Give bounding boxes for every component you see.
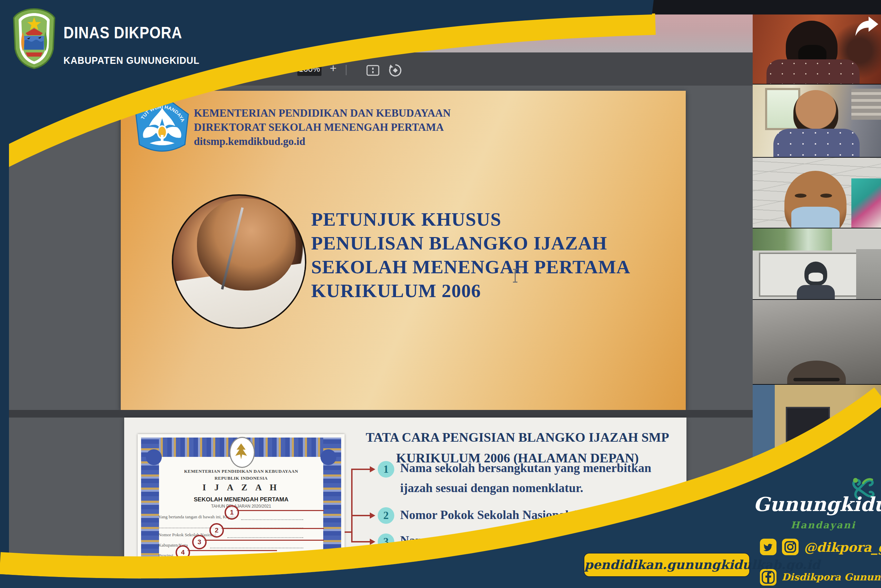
participant-video-3[interactable] [753,157,881,228]
arrow-connector [345,531,352,533]
slide-title-line-3: SEKOLAH MENENGAH PERTAMA [311,255,631,279]
cabinet [856,249,881,300]
ijazah-subtitle: SEKOLAH MENENGAH PERTAMA [162,496,321,503]
item-1-text-line-2: ijazah sesuai dengan nomenklatur. [400,478,583,498]
participant-body [767,59,860,84]
fabric-decor [851,178,881,228]
ijazah-field-line [193,558,248,559]
page-total-label: / 55 [253,64,269,75]
ijazah-corner-ornament [321,449,336,465]
item-3-text-line-2: mencoret) me [400,551,473,570]
participant-head [793,90,838,135]
ijazah-marker-1: 1 [225,505,239,520]
arrow-head [370,538,375,545]
facebook-name: Disdikpora Gunungkidul [782,572,881,583]
ministry-url: ditsmp.kemdikbud.go.id [194,134,305,148]
tv-screen [786,407,830,451]
page-separator [9,410,753,417]
arrow-connector [351,515,370,516]
zoom-level-input[interactable]: 100% [297,62,322,76]
writing-hand-photo [172,194,306,329]
ijazah-note: menerangkan bahwa [254,553,291,558]
zoom-out-button[interactable]: − [279,62,294,75]
ijazah-marker-4: 4 [175,545,190,560]
ijazah-field-2-label: Nomor Pokok Sekolah Nasional [158,532,216,538]
item-2-number: 2 [378,507,394,524]
glasses [793,378,840,381]
ijazah-org-line-1: KEMENTERIAN PENDIDIKAN DAN KEBUDAYAAN [162,469,321,474]
ijazah-field-line [227,537,303,538]
rotate-button[interactable] [388,63,403,78]
slide-title-line-2: PENULISAN BLANGKO IJAZAH [311,231,607,255]
ijazah-year: TAHUN PELAJARAN 2020/2021 [162,504,321,508]
eye [795,194,806,198]
share-button[interactable] [855,15,879,37]
item-2-text-line-1: Nomor Pokok Sekolah Nasional (NPSN) [400,505,612,525]
slide-title-line-4: KURIKULUM 2006 [311,279,481,303]
ijazah-field-4-label: Provinsi [158,553,173,558]
handayani-tagline: Handayani [791,520,856,530]
gunungkidul-wordmark: Gunungkidul [754,493,881,516]
ijazah-field-1-label: Yang bertanda tangan di bawah ini, Kepal… [158,514,235,520]
face-mask [809,273,823,282]
text-cursor [515,269,516,283]
arrow-head [370,512,375,519]
gunungkidul-crest-icon [10,8,58,70]
item-3-text-line-1: Nama nomenklatur kabupaten/kota*) ( [400,531,608,550]
participant-body [797,285,835,300]
arrow-head [370,466,375,472]
slide2-heading-line-1: TATA CARA PENGISIAN BLANGKO IJAZAH SMP [345,427,690,447]
video-top-letterbox [753,0,881,14]
participant-body [773,129,860,158]
ijazah-marker-3: 3 [192,535,207,549]
fit-page-button[interactable] [365,63,381,77]
toolbar-divider [273,65,274,75]
toolbar-divider [346,65,347,75]
instagram-icon [782,538,799,556]
participant-video-5[interactable] [753,299,881,385]
marker-connector [187,550,277,551]
share-arrow-icon [855,15,879,37]
garuda-emblem-icon [229,437,255,468]
tutwuri-handayani-logo-icon: TUT WURI HANDAYANI [133,94,191,157]
ministry-line-1: KEMENTERIAN PENDIDIKAN DAN KEBUDAYAAN [194,106,451,120]
fit-page-icon [365,63,381,77]
arrow-connector [351,541,370,543]
twitter-icon [760,538,777,556]
website-banner: pendidikan.gunungkidulkab.go.id [584,553,750,577]
agency-region: KABUPATEN GUNUNGKIDUL [63,54,199,66]
ijazah-marker-2: 2 [210,523,224,538]
agency-name: DINAS DIKPORA [63,23,182,42]
ministry-line-2: DIREKTORAT SEKOLAH MENENGAH PERTAMA [194,120,443,134]
ijazah-org-line-2: REPUBLIK INDONESIA [162,476,321,481]
meeting-screenshot: 12 / 55 − 100% + [0,0,881,588]
page-number-input[interactable]: 12 [232,63,248,75]
arrow-connector [351,469,370,470]
marker-connector [236,510,324,511]
rotate-icon [388,63,403,78]
face-mask [791,207,840,228]
marker-connector [204,540,324,541]
item-1-number: 1 [378,461,394,478]
ijazah-field-line [210,547,303,548]
marker-connector [221,528,324,529]
ijazah-corner-ornament [146,449,162,465]
ijazah-document-preview: KEMENTERIAN PENDIDIKAN DAN KEBUDAYAAN RE… [138,434,345,588]
participant-video-2[interactable] [753,84,881,158]
ijazah-field-line [241,519,303,520]
bookshelf [851,88,881,120]
eye [820,194,832,198]
green-board [753,228,832,250]
slide-title-line-1: PETUNJUK KHUSUS [311,207,501,231]
pdf-viewer: 12 / 55 − 100% + [9,14,753,588]
participant-head [836,416,877,460]
zoom-in-button[interactable]: + [326,62,341,75]
participant-video-4[interactable] [753,228,881,300]
item-3-number: 3 [378,534,394,550]
ijazah-title: I J A Z A H [162,482,321,493]
social-handle: @dikpora_gk [804,540,881,555]
slide-page-12: TUT WURI HANDAYANI KEMENTERIAN PENDIDIKA… [121,91,686,410]
hand-photo-part [197,198,296,291]
item-1-text-line-1: Nama sekolah bersangkutan yang menerbitk… [400,458,651,478]
